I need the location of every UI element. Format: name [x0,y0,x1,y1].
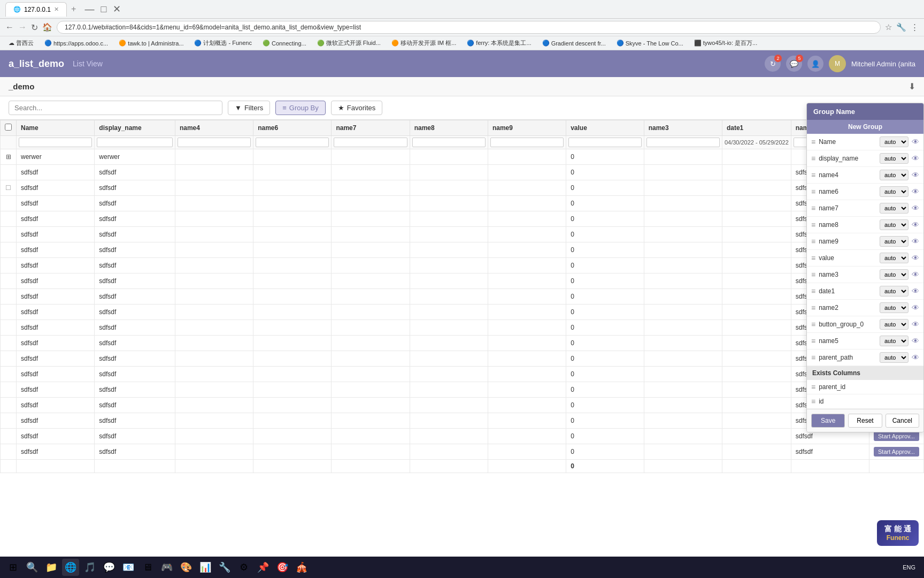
browser-tab[interactable]: 🌐 127.0.0.1 ✕ [5,2,67,17]
extension-icon[interactable]: 🔧 [896,22,906,32]
tab-close-icon[interactable]: ✕ [54,6,59,13]
table-row[interactable]: sdfsdfsdfsdf0sdfsdf Start Approv... [1,398,924,413]
field-order-select[interactable]: autoascdesc [880,186,908,197]
save-button[interactable]: Save [811,414,845,428]
bookmark-item[interactable]: 🟠移动开发开源 IM 框... [388,38,460,48]
back-icon[interactable]: ← [5,22,14,32]
bookmark-item[interactable]: 🟢微软正式开源 Fluid... [314,38,384,48]
drag-icon[interactable]: ≡ [811,397,815,406]
filter-name4[interactable] [178,138,251,147]
table-row[interactable]: sdfsdfsdfsdf0sdfsdf Start Approv... [1,196,924,211]
search-input[interactable] [9,101,222,115]
taskbar-icon-9[interactable]: ⚙ [235,559,252,576]
drag-icon[interactable]: ≡ [811,383,815,391]
new-tab-icon[interactable]: + [71,4,76,14]
table-row[interactable]: sdfsdfsdfsdf0sdfsdf Start Approv... [1,305,924,320]
expand-icon[interactable]: ⊞ [6,153,11,161]
visibility-icon[interactable]: 👁 [912,303,919,312]
col-value[interactable]: value [566,120,644,136]
visibility-icon[interactable]: 👁 [912,154,919,163]
bookmark-icon[interactable]: ☆ [885,22,892,32]
table-row[interactable]: sdfsdfsdfsdf0sdfsdf Start Approv... [1,227,924,242]
filter-name7[interactable] [334,138,407,147]
taskbar-browser[interactable]: 🌐 [62,559,79,576]
filter-value[interactable] [568,138,641,147]
taskbar-icon-7[interactable]: 📊 [197,559,214,576]
filters-button[interactable]: ▼ Filters [228,101,270,115]
col-name6[interactable]: name6 [253,120,332,136]
field-order-select[interactable]: autoascdesc [880,336,908,346]
table-row[interactable]: ⊞ werwer werwer 0 Start Approv... [1,149,924,165]
field-order-select[interactable]: autoascdesc [880,253,908,263]
taskbar-icon-5[interactable]: 🎮 [158,559,175,576]
table-row[interactable]: sdfsdfsdfsdf0sdfsdf Start Approv... [1,367,924,382]
bookmark-item[interactable]: 🟠tawk.to | Administra... [116,39,187,48]
drag-icon[interactable]: ≡ [811,154,815,163]
filter-display-name[interactable] [97,138,173,147]
filter-name3[interactable] [646,138,720,147]
field-order-select[interactable]: autoascdesc [880,236,908,247]
taskbar-files[interactable]: 📁 [43,559,60,576]
field-order-select[interactable]: autoascdesc [880,319,908,330]
table-row[interactable]: sdfsdfsdfsdf0sdfsdf Start Approv... [1,413,924,429]
drag-icon[interactable]: ≡ [811,237,815,246]
favorites-button[interactable]: ★ Favorites [331,101,382,115]
drag-icon[interactable]: ≡ [811,204,815,212]
table-row[interactable]: sdfsdfsdfsdf0sdfsdf Start Approv... [1,382,924,398]
col-name4[interactable]: name4 [175,120,253,136]
drag-icon[interactable]: ≡ [811,353,815,362]
bookmark-item[interactable]: 🔵计划概选 - Funenc [191,38,255,48]
visibility-icon[interactable]: 👁 [912,337,919,345]
filter-name[interactable] [19,138,92,147]
taskbar-icon-12[interactable]: 🎪 [293,559,310,576]
address-bar[interactable] [57,21,881,34]
visibility-icon[interactable]: 👁 [912,254,919,262]
visibility-icon[interactable]: 👁 [912,237,919,246]
bookmark-item[interactable]: 🔵https://apps.odoo.c... [41,39,111,48]
col-display-name[interactable]: display_name [95,120,175,136]
table-row[interactable]: sdfsdfsdfsdf0sdfsdf Start Approv... [1,351,924,367]
new-group-button[interactable]: New Group [807,120,923,134]
home-icon[interactable]: 🏠 [42,22,52,32]
bookmark-item[interactable]: 🔵ferry: 本系统是集工... [464,38,534,48]
taskbar-icon-1[interactable]: 🎵 [81,559,98,576]
reset-button[interactable]: Reset [848,414,882,428]
taskbar-search[interactable]: 🔍 [24,559,41,576]
field-order-select[interactable]: autoascdesc [880,136,908,147]
drag-icon[interactable]: ≡ [811,303,815,312]
cancel-button[interactable]: Cancel [886,414,919,428]
bookmark-item[interactable]: 🔵Skyve - The Low Co... [613,39,687,48]
menu-icon[interactable]: ⋮ [911,22,919,32]
field-order-select[interactable]: autoascdesc [880,153,908,164]
table-row[interactable]: sdfsdfsdfsdf0sdfsdf Start Approv... [1,273,924,289]
visibility-icon[interactable]: 👁 [912,138,919,146]
col-name3[interactable]: name3 [644,120,722,136]
drag-icon[interactable]: ≡ [811,187,815,196]
taskbar-start[interactable]: ⊞ [4,559,21,576]
select-all-col[interactable] [1,120,17,136]
messages-btn[interactable]: 💬 5 [786,56,802,72]
minimize-icon[interactable]: — [82,3,96,16]
drag-icon[interactable]: ≡ [811,138,815,146]
table-row[interactable]: sdfsdfsdfsdf0sdfsdf Start Approv... [1,320,924,336]
visibility-icon[interactable]: 👁 [912,204,919,212]
taskbar-icon-11[interactable]: 🎯 [274,559,291,576]
table-container[interactable]: Name display_name name4 name6 name7 name… [0,120,924,552]
table-row[interactable]: sdfsdfsdfsdf0sdfsdf Start Approv... [1,258,924,273]
table-row[interactable]: ☐ sdfsdfsdfsdf0sdfsdf Start Approv... [1,180,924,196]
refresh-btn[interactable]: ↻ 2 [765,56,781,72]
reload-icon[interactable]: ↻ [31,22,38,33]
visibility-icon[interactable]: 👁 [912,270,919,279]
taskbar-icon-2[interactable]: 💬 [101,559,118,576]
maximize-icon[interactable]: □ [98,3,109,16]
taskbar-icon-6[interactable]: 🎨 [178,559,195,576]
field-order-select[interactable]: autoascdesc [880,352,908,363]
col-name7[interactable]: name7 [332,120,410,136]
drag-icon[interactable]: ≡ [811,270,815,279]
table-row[interactable]: sdfsdfsdfsdf0sdfsdf Start Approv... [1,211,924,227]
field-order-select[interactable]: autoascdesc [880,219,908,230]
user-avatar[interactable]: M [829,55,846,72]
drag-icon[interactable]: ≡ [811,254,815,262]
visibility-icon[interactable]: 👁 [912,353,919,362]
filter-name9[interactable] [490,138,564,147]
